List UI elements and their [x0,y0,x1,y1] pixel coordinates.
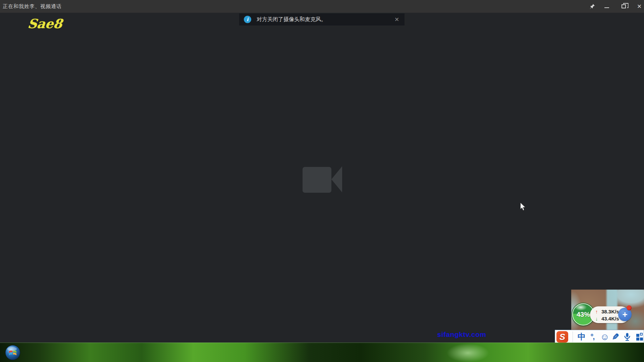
toolbox-button[interactable] [634,331,644,342]
voice-input-button[interactable] [622,331,633,342]
minimize-button[interactable] [602,1,612,11]
toolbar-divider [573,331,573,342]
download-speed: 43.4K/s [601,316,619,321]
sogou-logo-icon[interactable]: S [556,331,568,343]
window-title: 正在和我姓李、视频通话 [3,3,62,10]
taskbar: e ☁ 2 S 69°C CPU温度 [0,343,644,362]
close-button[interactable]: ✕ [634,1,644,11]
app-logo: Sae8 [27,16,63,31]
restore-button[interactable] [619,1,629,11]
punctuation-mode-button[interactable]: °, [587,331,598,342]
start-button[interactable] [5,345,21,361]
upload-speed: 38.3K/s [601,309,619,314]
screen: 正在和我姓李、视频通话 ✕ Sae8 i 对方关闭了摄像头和麦克风。 ✕ sif… [0,0,644,362]
info-icon: i [244,16,251,23]
restore-icon [622,4,626,8]
pin-button[interactable] [587,1,597,11]
mouse-cursor [519,202,527,211]
memory-percent-value: 43% [577,311,590,318]
upload-arrow-icon: ↑ [595,309,600,314]
notification-banner: i 对方关闭了摄像头和麦克风。 ✕ [239,13,405,25]
toolbox-grid-icon [636,334,643,341]
handwriting-button[interactable]: ✎ [610,331,621,342]
notification-dot [627,305,632,310]
minimize-icon [604,7,609,8]
pin-icon [589,4,595,9]
download-arrow-icon: ↓ [595,316,600,321]
watermark-text: sifangktv.com [437,330,486,339]
close-icon: ✕ [637,3,642,10]
banner-close-button[interactable]: ✕ [393,16,400,23]
chinese-mode-button[interactable]: 中 [576,331,587,342]
window-titlebar: 正在和我姓李、视频通话 ✕ [0,0,644,13]
notification-text: 对方关闭了摄像头和麦克风。 [257,16,326,23]
sogou-input-toolbar: S 中 °, ☺ ✎ [555,330,644,344]
video-camera-icon [303,167,331,193]
video-camera-lens-icon [331,166,342,192]
microphone-icon [623,333,631,341]
emoji-button[interactable]: ☺ [599,331,610,342]
